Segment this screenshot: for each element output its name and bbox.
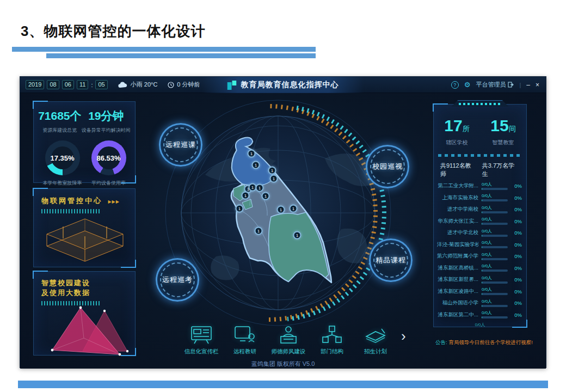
school-progress-track bbox=[482, 211, 508, 213]
map-south-region bbox=[269, 212, 329, 281]
dock-item-remote-research[interactable]: 远程教研 bbox=[227, 324, 263, 356]
schools-panel: 17所 辖区学校 15间 智慧教室 共9112名教师 共3.7万名学生 第二工业… bbox=[433, 104, 527, 327]
date-day-box: 06 bbox=[62, 80, 74, 89]
school-row[interactable]: 第六师范附属小学0/0人0% bbox=[437, 250, 522, 262]
settings-gear-icon[interactable]: ⚙ bbox=[464, 81, 471, 89]
controls-separator: | bbox=[519, 82, 521, 88]
school-row[interactable]: 浦东新区新世界...0/0人0% bbox=[437, 274, 522, 286]
dock-item-info-board[interactable]: 信息化宣传栏 bbox=[183, 324, 219, 356]
map-school-marker[interactable]: 1 bbox=[270, 175, 278, 183]
minimize-button[interactable]: – bbox=[526, 82, 530, 88]
device-usage-gauge: 86.53% 平均设备使用率 bbox=[91, 140, 126, 187]
map-school-marker[interactable]: 1 bbox=[252, 161, 260, 169]
featured-courses-button[interactable]: 精品课程 bbox=[369, 238, 413, 282]
school-list: 第二工业大学附...0/0人0%上海市实验东校0/0人0%进才中学南校0/0人0… bbox=[434, 179, 526, 321]
remote-class-tour-button[interactable]: 远程巡课 bbox=[159, 123, 202, 167]
time-minute-box: 05 bbox=[95, 80, 107, 89]
school-people-count: 0/0人 bbox=[482, 241, 508, 245]
school-percent: 0% bbox=[511, 265, 522, 271]
dock-item-teacher-ethics[interactable]: 师德师风建设 bbox=[270, 324, 306, 356]
school-percent: 0% bbox=[511, 277, 522, 283]
radar-chart-graphic bbox=[41, 305, 132, 358]
school-progress-track bbox=[482, 281, 508, 284]
map-school-marker[interactable]: 1 bbox=[256, 184, 264, 192]
announcement-prefix: 公告: bbox=[435, 339, 448, 345]
map-school-marker[interactable]: 1 bbox=[277, 206, 285, 214]
school-row[interactable]: 浦东新区第二中...0/0人0% bbox=[437, 309, 522, 321]
school-row[interactable]: 福山外国语小学0/0人0% bbox=[437, 297, 522, 309]
school-row[interactable]: 华东师大张江实...0/0人0% bbox=[437, 216, 522, 228]
classroom-fault-gauge: 17.35% 本学年教室故障率 bbox=[43, 140, 82, 187]
district-map bbox=[218, 134, 349, 314]
map-school-marker[interactable]: 1 bbox=[268, 167, 276, 175]
enrollment-book-icon bbox=[363, 324, 388, 345]
school-progress-track bbox=[482, 199, 508, 201]
totals-summary: 共9112名教师 共3.7万名学生 bbox=[434, 157, 526, 179]
dock-more-arrow[interactable]: › bbox=[401, 329, 406, 343]
school-percent: 0% bbox=[511, 206, 522, 212]
panel-tab-decoration bbox=[447, 100, 513, 107]
slide-bottom-bar bbox=[18, 381, 548, 388]
map-school-marker[interactable]: 1 bbox=[293, 231, 302, 240]
stat-label: 资源库建设总览 bbox=[38, 127, 81, 134]
dock-label: 部门结构 bbox=[314, 348, 350, 356]
stat-label: 辖区学校 bbox=[444, 139, 469, 146]
dashboard-titlebar: 2019 08 06 11 : 05 小雨 20°C 0 分钟前 教育局教育信息… bbox=[20, 77, 546, 93]
announcement-ticker: 公告: 育局领导今日前往各个学校进行视察! bbox=[435, 339, 533, 346]
slide-title: 3、物联网管控的一体化设计 bbox=[21, 22, 205, 41]
logout-icon[interactable] bbox=[508, 82, 514, 88]
dock-item-org-structure[interactable]: 部门结构 bbox=[314, 324, 350, 356]
map-school-marker[interactable]: 1 bbox=[262, 192, 270, 200]
sync-label: 0 分钟前 bbox=[177, 81, 200, 89]
time-colon: : bbox=[91, 82, 93, 88]
school-row[interactable]: 上海市实验东校0/0人0% bbox=[437, 192, 522, 204]
smart-campus-bigdata-panel[interactable]: 智慧校园建设 及使用大数据 bbox=[33, 271, 136, 356]
remote-exam-proctor-button[interactable]: 远程巡考 bbox=[156, 258, 199, 302]
gauge-label: 本学年教室故障率 bbox=[43, 180, 82, 187]
school-row[interactable]: 进才中学北校0/0人0% bbox=[437, 227, 522, 239]
school-progress-fill bbox=[482, 199, 482, 201]
orbit-button-label: 校园巡视 bbox=[372, 162, 403, 171]
bottom-dock: 信息化宣传栏 远程教研 师德师风建设 bbox=[183, 324, 406, 356]
school-progress-fill bbox=[482, 188, 482, 190]
school-row[interactable]: 洋泾-菊园实验学校0/0人0% bbox=[437, 239, 522, 251]
help-icon[interactable]: ? bbox=[451, 81, 459, 89]
stat-label: 智慧教室 bbox=[490, 139, 515, 146]
bigdata-title-line2: 及使用大数据 bbox=[41, 288, 127, 298]
map-school-marker[interactable]: 1 bbox=[236, 205, 244, 213]
gauge-value: 17.35% bbox=[45, 140, 80, 175]
resource-stat: 71685个 资源库建设总览 bbox=[38, 108, 81, 134]
iot-control-panel[interactable]: 物联网管控中心 ▶▶▶ bbox=[33, 188, 136, 267]
school-progress-track bbox=[482, 305, 508, 307]
datetime-group: 2019 08 06 11 : 05 小雨 20°C 0 分钟前 bbox=[20, 80, 200, 89]
school-row[interactable]: 浦东新区高桥镇...0/0人0% bbox=[437, 262, 522, 274]
dock-label: 信息化宣传栏 bbox=[183, 348, 219, 356]
school-name: 第二工业大学附... bbox=[437, 182, 478, 189]
dock-item-enrollment-plan[interactable]: 招生计划 bbox=[358, 324, 393, 356]
school-progress-fill bbox=[482, 316, 482, 318]
close-button[interactable]: × bbox=[536, 82, 539, 88]
map-school-marker[interactable]: 1 bbox=[242, 192, 250, 200]
school-progress-fill bbox=[482, 281, 482, 284]
stat-value: 19分钟 bbox=[82, 108, 131, 124]
school-progress-fill bbox=[482, 293, 482, 295]
map-school-marker[interactable]: 1 bbox=[255, 227, 263, 235]
equalizer-decoration bbox=[41, 301, 101, 305]
map-school-marker[interactable]: 1 bbox=[290, 205, 298, 213]
school-percent: 0% bbox=[511, 300, 522, 306]
user-account[interactable]: 平台管理员 bbox=[476, 81, 514, 89]
presentation-slide: 3、物联网管控的一体化设计 2019 08 06 11 : 05 小雨 20°C… bbox=[0, 0, 566, 392]
school-progress-track bbox=[482, 270, 508, 272]
school-progress-fill bbox=[482, 246, 482, 248]
school-name: 浦东新区凌路中... bbox=[437, 288, 478, 295]
date-month-box: 08 bbox=[47, 80, 59, 89]
org-cubes-icon bbox=[319, 324, 344, 345]
smart-classrooms-stat: 15间 智慧教室 bbox=[490, 117, 515, 146]
stat-label: 设备异常平均解决时间 bbox=[82, 127, 131, 134]
campus-patrol-button[interactable]: 校园巡视 bbox=[366, 145, 409, 188]
school-row[interactable]: 第二工业大学附...0/0人0% bbox=[437, 180, 522, 192]
school-row[interactable]: 进才中学南校0/0人0% bbox=[437, 204, 522, 216]
map-school-marker[interactable]: 1 bbox=[248, 150, 256, 158]
school-progress-track bbox=[482, 223, 508, 225]
school-row[interactable]: 浦东新区凌路中...0/0人0% bbox=[437, 286, 522, 298]
